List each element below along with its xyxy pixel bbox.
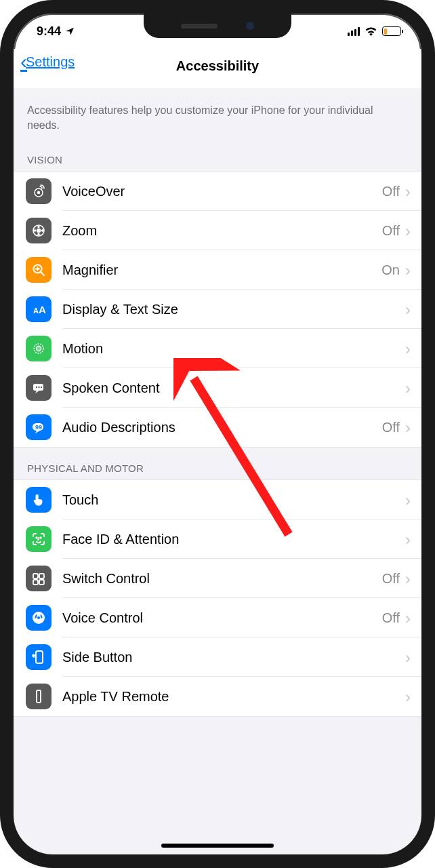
chevron-right-icon: › xyxy=(405,650,411,666)
row-label: Voice Control xyxy=(62,610,382,626)
chevron-right-icon: › xyxy=(405,689,411,705)
motion-icon xyxy=(26,336,51,361)
chevron-right-icon: › xyxy=(405,341,411,357)
chevron-right-icon: › xyxy=(405,532,411,548)
svg-point-12 xyxy=(37,347,41,351)
row-value: Off xyxy=(382,610,400,626)
row-motion[interactable]: Motion › xyxy=(14,329,421,368)
row-value: Off xyxy=(382,184,400,199)
iphone-frame: 9:44 ‹ Settings Accessibility Accessibil… xyxy=(0,0,435,868)
location-icon xyxy=(65,26,75,36)
row-label: Touch xyxy=(62,492,400,508)
svg-point-20 xyxy=(40,537,41,538)
row-display-text-size[interactable]: AA Display & Text Size › xyxy=(14,290,421,329)
chevron-right-icon: › xyxy=(405,223,411,239)
svg-rect-22 xyxy=(39,574,44,578)
apple-tv-icon xyxy=(26,684,51,709)
row-voiceover[interactable]: VoiceOver Off › xyxy=(14,172,421,211)
battery-icon xyxy=(382,26,401,36)
svg-point-7 xyxy=(42,230,43,231)
svg-point-26 xyxy=(37,616,40,619)
row-label: Magnifier xyxy=(62,262,381,278)
chevron-right-icon: › xyxy=(405,302,411,318)
magnifier-icon xyxy=(26,257,51,283)
row-label: Switch Control xyxy=(62,571,382,587)
back-button[interactable]: ‹ Settings xyxy=(20,52,75,72)
svg-point-14 xyxy=(36,387,37,388)
svg-point-1 xyxy=(38,192,40,194)
row-touch[interactable]: Touch › xyxy=(14,480,421,519)
row-label: Motion xyxy=(62,341,400,357)
row-label: Zoom xyxy=(62,223,382,239)
svg-point-19 xyxy=(36,537,37,538)
back-label: Settings xyxy=(26,54,75,70)
cellular-icon xyxy=(348,27,360,36)
row-value: Off xyxy=(382,420,400,435)
spoken-content-icon xyxy=(26,375,51,401)
row-switch-control[interactable]: Switch Control Off › xyxy=(14,559,421,598)
row-side-button[interactable]: Side Button › xyxy=(14,637,421,677)
switch-control-icon xyxy=(26,566,51,591)
row-label: VoiceOver xyxy=(62,184,382,199)
row-apple-tv-remote[interactable]: Apple TV Remote › xyxy=(14,677,421,716)
svg-point-4 xyxy=(38,226,39,228)
svg-point-5 xyxy=(38,234,39,235)
svg-point-6 xyxy=(35,230,36,231)
row-faceid[interactable]: Face ID & Attention › xyxy=(14,519,421,559)
svg-text:A: A xyxy=(39,304,46,315)
row-magnifier[interactable]: Magnifier On › xyxy=(14,250,421,290)
svg-rect-24 xyxy=(39,580,44,585)
chevron-right-icon: › xyxy=(405,184,411,200)
list-vision: VoiceOver Off › Zoom Off › Magnifier On … xyxy=(14,171,421,448)
svg-point-3 xyxy=(37,229,41,233)
audio-descriptions-icon: 99 xyxy=(26,414,51,440)
chevron-right-icon: › xyxy=(405,610,411,627)
svg-rect-21 xyxy=(33,574,38,578)
chevron-right-icon: › xyxy=(405,380,411,397)
voice-control-icon xyxy=(26,605,51,631)
side-button-icon xyxy=(26,644,51,670)
chevron-right-icon: › xyxy=(405,571,411,587)
chevron-right-icon: › xyxy=(405,262,411,279)
row-label: Spoken Content xyxy=(62,380,400,396)
touch-icon xyxy=(26,487,51,513)
notch xyxy=(144,14,291,38)
row-label: Apple TV Remote xyxy=(62,689,400,705)
svg-text:99: 99 xyxy=(35,424,42,431)
status-time: 9:44 xyxy=(37,24,61,39)
row-label: Display & Text Size xyxy=(62,302,400,317)
page-title: Accessibility xyxy=(176,58,259,74)
row-label: Face ID & Attention xyxy=(62,532,400,547)
svg-point-15 xyxy=(38,387,39,388)
settings-content[interactable]: Accessibility features help you customiz… xyxy=(14,88,421,854)
zoom-icon xyxy=(26,218,51,243)
wifi-icon xyxy=(365,26,377,36)
svg-rect-23 xyxy=(33,580,38,585)
section-header-motor: PHYSICAL AND MOTOR xyxy=(14,448,421,479)
nav-bar: ‹ Settings Accessibility xyxy=(14,49,421,88)
row-value: On xyxy=(381,262,400,278)
svg-point-16 xyxy=(41,387,42,388)
chevron-right-icon: › xyxy=(405,492,411,509)
row-spoken-content[interactable]: Spoken Content › xyxy=(14,368,421,408)
row-value: Off xyxy=(382,223,400,239)
text-size-icon: AA xyxy=(26,296,51,322)
row-audio-descriptions[interactable]: 99 Audio Descriptions Off › xyxy=(14,408,421,447)
svg-rect-28 xyxy=(37,690,41,703)
svg-text:A: A xyxy=(33,307,39,315)
row-label: Side Button xyxy=(62,650,400,665)
chevron-right-icon: › xyxy=(405,420,411,436)
row-voice-control[interactable]: Voice Control Off › xyxy=(14,598,421,637)
svg-rect-27 xyxy=(36,651,43,663)
voiceover-icon xyxy=(26,178,51,204)
section-header-vision: VISION xyxy=(14,139,421,171)
row-value: Off xyxy=(382,571,400,587)
faceid-icon xyxy=(26,526,51,552)
row-zoom[interactable]: Zoom Off › xyxy=(14,211,421,250)
section-description: Accessibility features help you customiz… xyxy=(14,88,421,139)
list-motor: Touch › Face ID & Attention › Switch Con… xyxy=(14,479,421,717)
row-label: Audio Descriptions xyxy=(62,420,382,435)
home-indicator[interactable] xyxy=(161,844,274,848)
